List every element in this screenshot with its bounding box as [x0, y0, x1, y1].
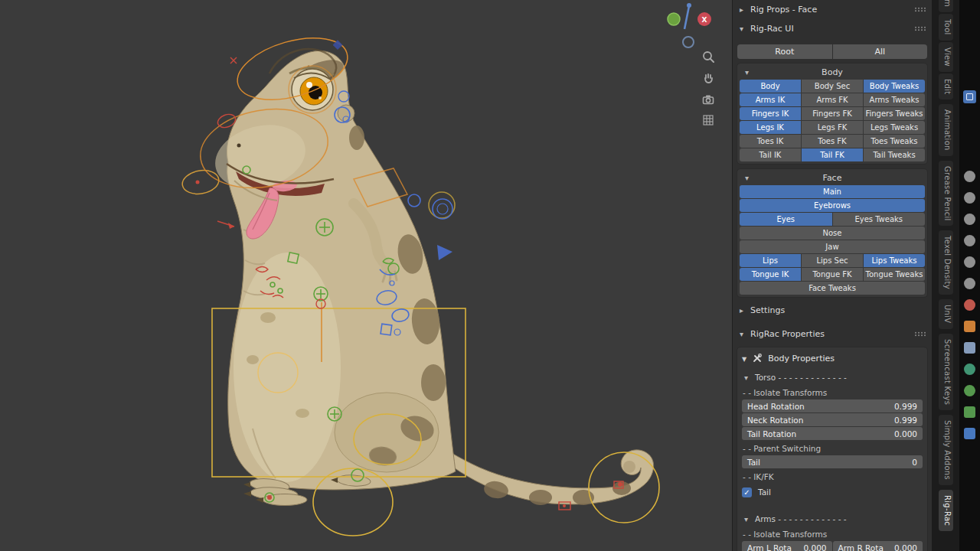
world-icon[interactable] — [964, 278, 975, 289]
tab-tool[interactable]: Tool — [939, 14, 953, 41]
panel-toggle-icon[interactable] — [963, 90, 976, 103]
panel-drag-handle-icon[interactable] — [914, 7, 926, 12]
scene-icon[interactable] — [964, 256, 975, 268]
tail-rotation-slider[interactable]: Tail Rotation 0.000 — [742, 427, 923, 440]
tool-wrench-icon — [752, 353, 763, 364]
object-icon[interactable] — [964, 321, 975, 332]
face-layer-button[interactable]: Eyes — [740, 213, 832, 226]
gizmo-y-axis-ball[interactable] — [668, 13, 680, 25]
output-icon[interactable] — [964, 214, 975, 225]
rig-layer-button[interactable]: Body Sec — [802, 80, 863, 93]
tool-icon[interactable] — [964, 171, 975, 182]
object-data-icon[interactable] — [964, 428, 975, 439]
modifiers-icon[interactable] — [964, 342, 975, 354]
rig-layer-button[interactable]: Arms IK — [740, 93, 801, 106]
face-section-header[interactable]: Face — [740, 171, 925, 184]
physics-icon[interactable] — [964, 385, 975, 396]
body-section-header[interactable]: Body — [740, 65, 925, 79]
rig-layer-button[interactable]: Legs Tweaks — [864, 121, 925, 134]
sidebar-panel: Rig Props - Face Rig-Rac UI Root All Bod… — [732, 0, 932, 551]
rig-layer-button[interactable]: Fingers Tweaks — [864, 107, 925, 120]
slider-label: Head Rotation — [747, 402, 805, 411]
root-button[interactable]: Root — [737, 44, 832, 59]
tail-checkbox[interactable] — [742, 487, 752, 497]
constraints-icon[interactable] — [964, 406, 975, 418]
rig-layer-button[interactable]: Arms FK — [802, 93, 863, 106]
panel-title: Rig-Rac UI — [750, 24, 794, 34]
rig-layer-button[interactable]: Legs IK — [740, 121, 801, 134]
face-layer-button[interactable]: Eyebrows — [740, 199, 925, 212]
slider-label: Arm L Rota — [747, 543, 792, 551]
tail-parent-field[interactable]: Tail 0 — [742, 455, 923, 468]
panel-header-rig-props-face[interactable]: Rig Props - Face — [733, 0, 932, 19]
rig-layer-button[interactable]: Body — [740, 80, 801, 93]
neck-rotation-slider[interactable]: Neck Rotation 0.999 — [742, 413, 923, 426]
section-title: Arms - - - - - - - - - - - - - — [755, 514, 847, 523]
chevron-down-icon — [737, 329, 746, 339]
arm-r-rotation-slider[interactable]: Arm R Rota 0.000 — [833, 541, 923, 551]
tab-edit[interactable]: Edit — [939, 73, 953, 100]
face-layer-button[interactable]: Tongue FK — [802, 268, 863, 281]
face-layer-button[interactable]: Lips Sec — [802, 254, 863, 267]
tab-grease-pencil[interactable]: Grease Pencil — [939, 161, 953, 227]
tab-view[interactable]: View — [939, 42, 953, 72]
rig-layer-button[interactable]: Tail Tweaks — [864, 148, 925, 161]
panel-header-rigrac-properties[interactable]: RigRac Properties — [733, 324, 932, 344]
face-layer-button[interactable]: Eyes Tweaks — [833, 213, 926, 226]
chevron-down-icon — [737, 24, 746, 34]
rig-layer-button[interactable]: Toes Tweaks — [864, 135, 925, 148]
rig-layer-button[interactable]: Body Tweaks — [864, 80, 925, 93]
rig-layer-button[interactable]: Toes FK — [802, 135, 863, 148]
face-layer-button[interactable]: Nose — [740, 227, 925, 240]
particles-icon[interactable] — [964, 364, 975, 375]
chevron-down-icon — [743, 173, 751, 183]
tab-animation[interactable]: Animation — [939, 104, 953, 156]
gizmo-z-axis-ball[interactable] — [683, 37, 694, 47]
view-layer-icon[interactable] — [964, 235, 975, 246]
viewport-gizmos: X — [648, 0, 732, 145]
tab-screencast-keys[interactable]: Screencast Keys — [939, 334, 953, 410]
torso-section-header[interactable]: Torso - - - - - - - - - - - - - — [742, 370, 923, 384]
head-rotation-slider[interactable]: Head Rotation 0.999 — [742, 399, 923, 412]
face-layer-button[interactable]: Lips Tweaks — [864, 254, 925, 267]
rig-layer-button[interactable]: Legs FK — [802, 121, 863, 134]
tab-texel-density[interactable]: Texel Density — [939, 230, 953, 295]
section-title: Torso - - - - - - - - - - - - - — [755, 373, 847, 382]
body-properties-header[interactable]: Body Properties — [742, 350, 923, 366]
camera-view-icon[interactable] — [701, 92, 716, 107]
zoom-icon[interactable] — [701, 49, 716, 64]
grid-ortho-icon[interactable] — [701, 112, 716, 128]
rig-layer-button[interactable]: Toes IK — [740, 135, 801, 148]
material-icon[interactable] — [964, 299, 975, 311]
rig-layer-button[interactable]: Tail IK — [740, 148, 801, 161]
tab-item[interactable]: Item — [939, 0, 953, 12]
face-layer-button[interactable]: Main — [740, 185, 925, 198]
tab-rig-rac[interactable]: Rig-Rac — [939, 490, 953, 531]
character-scene[interactable] — [0, 0, 732, 551]
pan-hand-icon[interactable] — [701, 70, 716, 86]
tab-simply-addons[interactable]: Simply Addons — [939, 415, 953, 485]
face-layer-button[interactable]: Lips — [740, 254, 801, 267]
rig-layer-button[interactable]: Arms Tweaks — [864, 93, 925, 106]
render-icon[interactable] — [964, 192, 975, 204]
face-layer-button[interactable]: Tongue Tweaks — [864, 268, 925, 281]
navigation-gizmo[interactable]: X — [648, 0, 732, 51]
panel-header-rig-rac-ui[interactable]: Rig-Rac UI — [733, 19, 932, 38]
arms-section-header[interactable]: Arms - - - - - - - - - - - - - — [742, 512, 923, 526]
tab-univ[interactable]: UniV — [939, 299, 953, 328]
arm-l-rotation-slider[interactable]: Arm L Rota 0.000 — [742, 541, 832, 551]
panel-header-settings[interactable]: Settings — [733, 301, 932, 320]
rig-layer-button[interactable]: Fingers FK — [802, 107, 863, 120]
all-button[interactable]: All — [833, 44, 928, 59]
rig-layer-button[interactable]: Fingers IK — [740, 107, 801, 120]
panel-drag-handle-icon[interactable] — [914, 331, 926, 337]
section-title: Face — [823, 173, 842, 183]
face-layer-button[interactable]: Tongue IK — [740, 268, 801, 281]
box-title: Body Properties — [768, 354, 835, 364]
rig-layer-button[interactable]: Tail FK — [802, 148, 863, 161]
panel-drag-handle-icon[interactable] — [914, 26, 926, 31]
sidebar-tab-strip: Item Tool View Edit Animation Grease Pen… — [932, 0, 959, 551]
face-layer-button[interactable]: Face Tweaks — [740, 282, 925, 295]
face-layer-button[interactable]: Jaw — [740, 240, 925, 253]
viewport-3d[interactable]: X — [0, 0, 732, 551]
